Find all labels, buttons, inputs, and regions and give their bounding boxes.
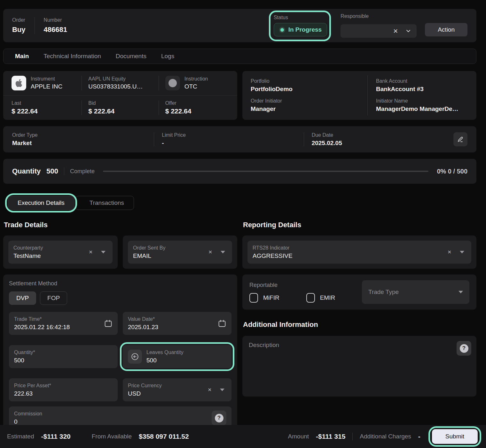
trade-time-value: 2025.01.22 16:42:18 xyxy=(14,324,104,331)
reportable-label: Reportable xyxy=(249,282,335,289)
calendar-icon[interactable] xyxy=(104,319,113,328)
progress-bar xyxy=(103,171,428,172)
equity-value: US0378331005.U… xyxy=(88,83,143,90)
status-dot-icon xyxy=(279,27,285,33)
price-per-asset-label: Price Per Asset* xyxy=(14,383,113,389)
instrument-card: Instrument APPLE INC AAPL UN Equity US03… xyxy=(3,71,237,120)
tab-technical-information[interactable]: Technical Information xyxy=(43,53,101,60)
initiator-name-label: Initiator Name xyxy=(376,98,468,104)
order-side-value: Buy xyxy=(12,26,26,34)
price-currency-select[interactable]: Price Currency USD ✕ xyxy=(123,378,231,401)
chevron-down-icon[interactable] xyxy=(221,251,225,253)
edit-button[interactable] xyxy=(453,132,467,146)
rts28-indicator-value: AGGRESSIVE xyxy=(253,252,447,259)
status-block: Status In Progress xyxy=(274,15,327,36)
account-card: Portfolio PortfolioDemo Bank Account Ban… xyxy=(242,71,476,120)
chevron-down-icon[interactable] xyxy=(220,389,224,391)
description-input[interactable] xyxy=(249,342,448,391)
tab-execution-details[interactable]: Execution Details xyxy=(8,196,74,210)
divider xyxy=(64,167,64,175)
description-card: ? xyxy=(242,336,476,397)
instruction-label: Instruction xyxy=(184,76,208,82)
chevron-down-icon[interactable] xyxy=(459,291,463,293)
instrument-value: APPLE INC xyxy=(31,83,62,90)
leaves-quantity-field[interactable]: Leaves Quantity 500 xyxy=(123,345,231,368)
clear-icon[interactable]: ✕ xyxy=(393,28,398,34)
rts28-indicator-select[interactable]: RTS28 Indicator AGGRESSIVE ✕ xyxy=(247,241,471,264)
chevron-down-icon[interactable] xyxy=(101,251,106,253)
commission-label: Commission xyxy=(14,411,212,417)
chevron-down-icon[interactable] xyxy=(405,28,412,34)
trade-time-field[interactable]: Trade Time* 2025.01.22 16:42:18 xyxy=(9,312,118,335)
limit-price-value: - xyxy=(162,140,296,147)
progress-text: 0% 0 / 500 xyxy=(437,168,467,175)
mifir-label: MiFIR xyxy=(263,294,279,301)
leaves-quantity-value: 500 xyxy=(146,357,226,364)
price-per-asset-field[interactable]: Price Per Asset* 222.63 xyxy=(9,378,118,401)
portfolio-label: Portfolio xyxy=(251,78,367,84)
instruction-icon xyxy=(165,76,180,90)
trade-type-placeholder: Trade Type xyxy=(368,289,399,296)
quantity-value: 500 xyxy=(46,167,58,175)
value-date-field[interactable]: Value Date* 2025.01.23 xyxy=(123,312,231,335)
help-icon[interactable]: ? xyxy=(457,341,471,356)
clear-icon[interactable]: ✕ xyxy=(208,387,212,393)
quantity-field-label: Quantity* xyxy=(14,350,113,355)
quantity-card: Quantity 500 Complete 0% 0 / 500 xyxy=(3,159,476,184)
quantity-field-value: 500 xyxy=(14,357,113,364)
quantity-field[interactable]: Quantity* 500 xyxy=(9,345,118,368)
order-sent-by-label: Order Sent By xyxy=(133,245,208,251)
portfolio-value: PortfolioDemo xyxy=(251,86,367,93)
status-badge: In Progress xyxy=(274,23,327,36)
equity-label: AAPL UN Equity xyxy=(88,76,143,82)
leaves-quantity-label: Leaves Quantity xyxy=(146,350,226,355)
clear-icon[interactable]: ✕ xyxy=(208,249,212,255)
pencil-icon xyxy=(457,135,464,143)
bank-account-value: BankAccount #3 xyxy=(376,86,468,93)
instruction-value: OTC xyxy=(184,83,208,90)
counterparty-value: TestName xyxy=(13,252,89,259)
mifir-checkbox[interactable] xyxy=(249,293,258,303)
estimated-label: Estimated xyxy=(7,433,34,440)
order-sent-by-select[interactable]: Order Sent By EMAIL ✕ xyxy=(128,241,232,264)
status-label: Status xyxy=(274,15,327,20)
calendar-icon[interactable] xyxy=(218,319,226,328)
order-sent-by-value: EMAIL xyxy=(133,252,208,259)
clear-icon[interactable]: ✕ xyxy=(447,249,451,255)
apple-logo-icon xyxy=(12,76,26,90)
due-date-label: Due Date xyxy=(312,132,446,138)
commission-value: 0 xyxy=(14,418,212,425)
additional-charges-value: - xyxy=(418,433,420,440)
price-currency-value: USD xyxy=(128,390,208,397)
arrow-left-circle-icon[interactable] xyxy=(128,350,142,364)
additional-charges-label: Additional Charges xyxy=(360,433,411,440)
tab-logs[interactable]: Logs xyxy=(161,53,174,60)
tab-main[interactable]: Main xyxy=(15,53,29,60)
tab-documents[interactable]: Documents xyxy=(116,53,146,60)
emir-checkbox[interactable] xyxy=(306,293,315,303)
reportable-card: Reportable MiFIR EMIR Trade Type xyxy=(242,274,476,310)
order-type-label: Order Type xyxy=(12,132,146,138)
divider xyxy=(159,100,159,115)
help-icon[interactable]: ? xyxy=(212,411,226,425)
clear-icon[interactable]: ✕ xyxy=(89,249,93,255)
offer-price-label: Offer xyxy=(165,100,229,106)
submit-button[interactable]: Submit xyxy=(432,429,478,444)
price-per-asset-value: 222.63 xyxy=(14,390,113,397)
action-button[interactable]: Action xyxy=(425,23,467,36)
divider xyxy=(35,17,35,34)
divider xyxy=(352,433,353,440)
responsible-select[interactable]: ✕ xyxy=(341,24,417,38)
emir-label: EMIR xyxy=(320,294,335,301)
tab-transactions[interactable]: Transactions xyxy=(75,196,134,210)
counterparty-select[interactable]: Counterparty TestName ✕ xyxy=(8,241,113,264)
quantity-label: Quantity xyxy=(12,167,41,175)
dvp-button[interactable]: DVP xyxy=(9,291,36,305)
chevron-down-icon[interactable] xyxy=(460,251,464,253)
value-date-value: 2025.01.23 xyxy=(128,324,218,331)
counterparty-label: Counterparty xyxy=(13,245,89,251)
trade-type-select[interactable]: Trade Type xyxy=(362,280,469,304)
offer-price-value: $ 222.64 xyxy=(165,107,229,115)
fop-button[interactable]: FOP xyxy=(40,291,67,305)
last-price-label: Last xyxy=(12,100,75,106)
